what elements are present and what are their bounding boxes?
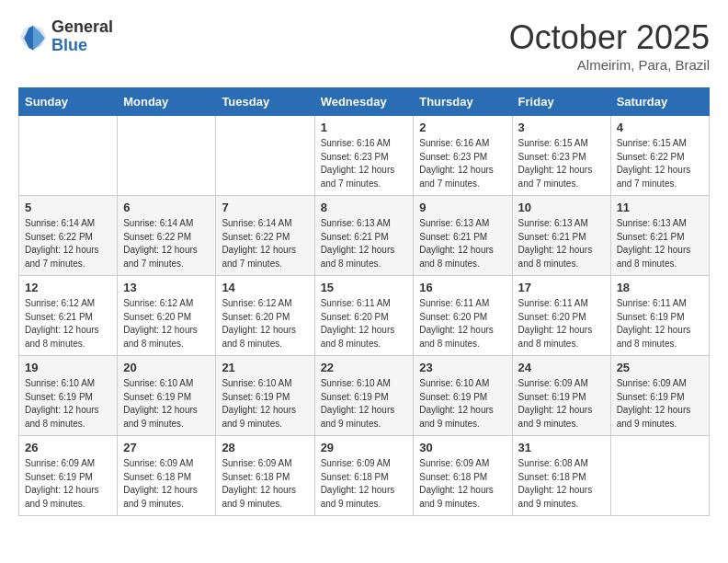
- calendar-cell: 25Sunrise: 6:09 AM Sunset: 6:19 PM Dayli…: [610, 356, 709, 436]
- calendar-cell: 17Sunrise: 6:11 AM Sunset: 6:20 PM Dayli…: [512, 276, 610, 356]
- day-number: 18: [617, 281, 703, 294]
- day-number: 12: [25, 281, 111, 294]
- calendar-cell: 7Sunrise: 6:14 AM Sunset: 6:22 PM Daylig…: [216, 196, 314, 276]
- calendar-cell: 31Sunrise: 6:08 AM Sunset: 6:18 PM Dayli…: [512, 436, 610, 516]
- calendar-cell: [19, 116, 118, 196]
- page-header: General Blue October 2025 Almeirim, Para…: [18, 18, 710, 73]
- day-number: 24: [518, 361, 605, 374]
- calendar-header-row: SundayMondayTuesdayWednesdayThursdayFrid…: [19, 88, 710, 116]
- week-row-3: 19Sunrise: 6:10 AM Sunset: 6:19 PM Dayli…: [19, 356, 710, 436]
- day-info: Sunrise: 6:08 AM Sunset: 6:18 PM Dayligh…: [518, 457, 605, 511]
- day-info: Sunrise: 6:13 AM Sunset: 6:21 PM Dayligh…: [321, 217, 408, 270]
- day-info: Sunrise: 6:10 AM Sunset: 6:19 PM Dayligh…: [419, 377, 506, 431]
- calendar-cell: 26Sunrise: 6:09 AM Sunset: 6:19 PM Dayli…: [19, 436, 118, 516]
- day-number: 4: [617, 121, 703, 134]
- title-block: October 2025 Almeirim, Para, Brazil: [509, 18, 710, 73]
- day-number: 15: [321, 281, 408, 294]
- day-info: Sunrise: 6:13 AM Sunset: 6:21 PM Dayligh…: [419, 217, 506, 270]
- calendar-cell: 15Sunrise: 6:11 AM Sunset: 6:20 PM Dayli…: [314, 276, 414, 356]
- calendar-cell: 3Sunrise: 6:15 AM Sunset: 6:23 PM Daylig…: [512, 116, 610, 196]
- day-info: Sunrise: 6:11 AM Sunset: 6:19 PM Dayligh…: [617, 297, 703, 350]
- day-number: 10: [518, 201, 605, 214]
- day-number: 21: [222, 361, 308, 374]
- day-number: 11: [617, 201, 703, 214]
- day-info: Sunrise: 6:09 AM Sunset: 6:18 PM Dayligh…: [321, 457, 408, 511]
- day-info: Sunrise: 6:09 AM Sunset: 6:18 PM Dayligh…: [419, 457, 506, 511]
- calendar-cell: 23Sunrise: 6:10 AM Sunset: 6:19 PM Dayli…: [414, 356, 512, 436]
- calendar-cell: 13Sunrise: 6:12 AM Sunset: 6:20 PM Dayli…: [118, 276, 216, 356]
- calendar-cell: 18Sunrise: 6:11 AM Sunset: 6:19 PM Dayli…: [610, 276, 709, 356]
- calendar-cell: 6Sunrise: 6:14 AM Sunset: 6:22 PM Daylig…: [118, 196, 216, 276]
- day-info: Sunrise: 6:16 AM Sunset: 6:23 PM Dayligh…: [321, 137, 408, 190]
- calendar-cell: 30Sunrise: 6:09 AM Sunset: 6:18 PM Dayli…: [414, 436, 512, 516]
- day-info: Sunrise: 6:11 AM Sunset: 6:20 PM Dayligh…: [518, 297, 605, 350]
- location: Almeirim, Para, Brazil: [509, 57, 710, 73]
- month-title: October 2025: [509, 18, 710, 57]
- calendar-cell: 4Sunrise: 6:15 AM Sunset: 6:22 PM Daylig…: [610, 116, 709, 196]
- calendar-cell: 1Sunrise: 6:16 AM Sunset: 6:23 PM Daylig…: [314, 116, 414, 196]
- calendar-cell: [118, 116, 216, 196]
- week-row-4: 26Sunrise: 6:09 AM Sunset: 6:19 PM Dayli…: [19, 436, 710, 516]
- day-number: 2: [419, 121, 506, 134]
- day-number: 26: [25, 441, 111, 454]
- day-info: Sunrise: 6:10 AM Sunset: 6:19 PM Dayligh…: [321, 377, 408, 431]
- header-tuesday: Tuesday: [216, 88, 314, 116]
- header-monday: Monday: [118, 88, 216, 116]
- day-number: 30: [419, 441, 506, 454]
- logo: General Blue: [18, 18, 113, 55]
- day-info: Sunrise: 6:12 AM Sunset: 6:20 PM Dayligh…: [123, 297, 210, 350]
- day-number: 8: [321, 201, 408, 214]
- day-info: Sunrise: 6:12 AM Sunset: 6:21 PM Dayligh…: [25, 297, 111, 350]
- day-number: 17: [518, 281, 605, 294]
- day-info: Sunrise: 6:09 AM Sunset: 6:19 PM Dayligh…: [25, 457, 111, 511]
- week-row-2: 12Sunrise: 6:12 AM Sunset: 6:21 PM Dayli…: [19, 276, 710, 356]
- day-info: Sunrise: 6:11 AM Sunset: 6:20 PM Dayligh…: [321, 297, 408, 350]
- calendar-cell: 20Sunrise: 6:10 AM Sunset: 6:19 PM Dayli…: [118, 356, 216, 436]
- day-info: Sunrise: 6:10 AM Sunset: 6:19 PM Dayligh…: [123, 377, 210, 431]
- day-info: Sunrise: 6:15 AM Sunset: 6:22 PM Dayligh…: [617, 137, 703, 190]
- calendar-cell: 16Sunrise: 6:11 AM Sunset: 6:20 PM Dayli…: [414, 276, 512, 356]
- calendar-cell: 19Sunrise: 6:10 AM Sunset: 6:19 PM Dayli…: [19, 356, 118, 436]
- calendar-cell: 2Sunrise: 6:16 AM Sunset: 6:23 PM Daylig…: [414, 116, 512, 196]
- day-number: 19: [25, 361, 111, 374]
- day-number: 13: [123, 281, 210, 294]
- calendar: SundayMondayTuesdayWednesdayThursdayFrid…: [18, 87, 710, 516]
- day-number: 23: [419, 361, 506, 374]
- day-info: Sunrise: 6:10 AM Sunset: 6:19 PM Dayligh…: [25, 377, 111, 431]
- day-number: 9: [419, 201, 506, 214]
- day-info: Sunrise: 6:09 AM Sunset: 6:18 PM Dayligh…: [222, 457, 308, 511]
- day-info: Sunrise: 6:15 AM Sunset: 6:23 PM Dayligh…: [518, 137, 605, 190]
- day-number: 7: [222, 201, 308, 214]
- logo-blue: Blue: [51, 37, 113, 55]
- header-wednesday: Wednesday: [314, 88, 414, 116]
- day-number: 31: [518, 441, 605, 454]
- logo-general: General: [51, 18, 113, 37]
- week-row-1: 5Sunrise: 6:14 AM Sunset: 6:22 PM Daylig…: [19, 196, 710, 276]
- day-info: Sunrise: 6:14 AM Sunset: 6:22 PM Dayligh…: [222, 217, 308, 270]
- calendar-cell: 5Sunrise: 6:14 AM Sunset: 6:22 PM Daylig…: [19, 196, 118, 276]
- day-info: Sunrise: 6:12 AM Sunset: 6:20 PM Dayligh…: [222, 297, 308, 350]
- day-number: 29: [321, 441, 408, 454]
- logo-text: General Blue: [51, 18, 113, 55]
- day-info: Sunrise: 6:13 AM Sunset: 6:21 PM Dayligh…: [518, 217, 605, 270]
- day-number: 28: [222, 441, 308, 454]
- calendar-cell: 10Sunrise: 6:13 AM Sunset: 6:21 PM Dayli…: [512, 196, 610, 276]
- day-info: Sunrise: 6:11 AM Sunset: 6:20 PM Dayligh…: [419, 297, 506, 350]
- day-info: Sunrise: 6:16 AM Sunset: 6:23 PM Dayligh…: [419, 137, 506, 190]
- header-friday: Friday: [512, 88, 610, 116]
- day-info: Sunrise: 6:09 AM Sunset: 6:19 PM Dayligh…: [617, 377, 703, 431]
- day-number: 16: [419, 281, 506, 294]
- day-number: 25: [617, 361, 703, 374]
- day-number: 1: [321, 121, 408, 134]
- calendar-cell: 12Sunrise: 6:12 AM Sunset: 6:21 PM Dayli…: [19, 276, 118, 356]
- header-sunday: Sunday: [19, 88, 118, 116]
- day-number: 20: [123, 361, 210, 374]
- logo-icon: [18, 22, 48, 52]
- header-saturday: Saturday: [610, 88, 709, 116]
- day-info: Sunrise: 6:10 AM Sunset: 6:19 PM Dayligh…: [222, 377, 308, 431]
- day-number: 27: [123, 441, 210, 454]
- day-info: Sunrise: 6:14 AM Sunset: 6:22 PM Dayligh…: [123, 217, 210, 270]
- calendar-cell: 27Sunrise: 6:09 AM Sunset: 6:18 PM Dayli…: [118, 436, 216, 516]
- calendar-cell: 29Sunrise: 6:09 AM Sunset: 6:18 PM Dayli…: [314, 436, 414, 516]
- day-number: 6: [123, 201, 210, 214]
